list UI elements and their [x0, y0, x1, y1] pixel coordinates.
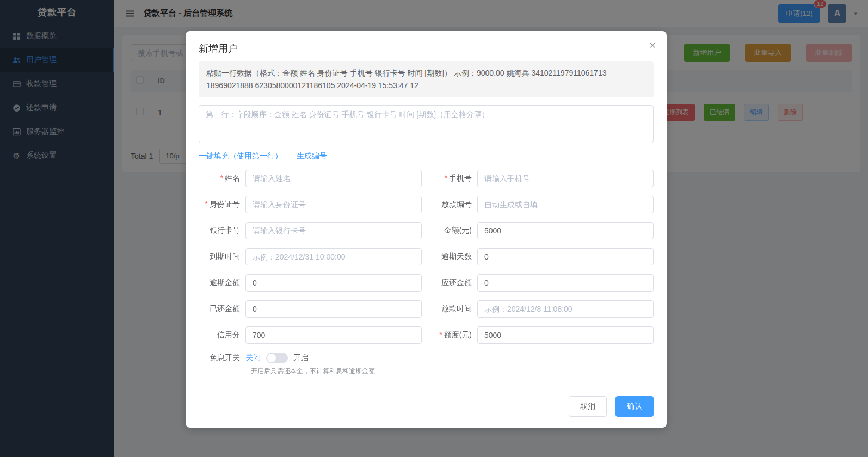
form-row: 到期时间 逾期天数 [199, 248, 654, 265]
phone-input[interactable] [477, 170, 654, 187]
required-mark: * [205, 200, 208, 208]
interest-free-label: 免息开关 [199, 353, 245, 363]
label-text: 放款时间 [441, 304, 472, 313]
form-row: 银行卡号 金额(元) [199, 222, 654, 239]
dialog-body: 粘贴一行数据（格式：金额 姓名 身份证号 手机号 银行卡号 时间 [期数]） 示… [186, 61, 667, 391]
loan-number-label: 放款编号 [430, 200, 477, 209]
form-row: *姓名 *手机号 [199, 170, 654, 187]
payable-amount-input[interactable] [477, 274, 654, 292]
toggle-on-label[interactable]: 开启 [293, 353, 309, 363]
repaid-amount-label: 已还金额 [199, 304, 245, 314]
label-text: 信用分 [217, 330, 240, 339]
form-row: 逾期金额 应还金额 [199, 274, 654, 292]
toggle-off-label[interactable]: 关闭 [245, 353, 261, 363]
name-input[interactable] [245, 170, 422, 187]
label-text: 姓名 [225, 174, 240, 182]
required-mark: * [220, 174, 223, 182]
label-text: 逾期天数 [441, 252, 472, 261]
field-bank-card: 银行卡号 [199, 222, 422, 239]
generate-number-link[interactable]: 生成编号 [297, 151, 327, 161]
due-time-label: 到期时间 [199, 252, 245, 262]
label-text: 金额(元) [444, 226, 472, 234]
field-overdue-days: 逾期天数 [430, 248, 654, 265]
label-text: 身份证号 [210, 200, 240, 208]
bank-card-label: 银行卡号 [199, 226, 245, 236]
required-mark: * [445, 174, 447, 182]
loan-time-input[interactable] [477, 300, 654, 318]
field-phone: *手机号 [430, 170, 654, 187]
overdue-amount-input[interactable] [245, 274, 422, 292]
form-row: *身份证号 放款编号 [199, 196, 654, 213]
field-loan-number: 放款编号 [430, 196, 654, 213]
add-user-dialog: 新增用户 × 粘贴一行数据（格式：金额 姓名 身份证号 手机号 银行卡号 时间 … [186, 31, 667, 428]
dialog-header: 新增用户 × [186, 31, 667, 61]
interest-free-helper-text: 开启后只需还本金，不计算利息和逾期金额 [251, 367, 654, 376]
interest-free-toggle[interactable] [266, 353, 288, 363]
id-card-input[interactable] [245, 196, 422, 213]
dialog-title: 新增用户 [199, 43, 238, 54]
field-loan-time: 放款时间 [430, 300, 654, 318]
dialog-footer: 取消 确认 [186, 391, 667, 428]
form-row: 已还金额 放款时间 [199, 300, 654, 318]
cancel-button[interactable]: 取消 [569, 396, 607, 417]
label-text: 应还金额 [441, 278, 472, 287]
payable-amount-label: 应还金额 [430, 278, 477, 288]
overdue-days-input[interactable] [477, 248, 654, 265]
label-text: 额度(元) [444, 330, 472, 339]
required-mark: * [439, 330, 442, 339]
id-card-label: *身份证号 [199, 200, 245, 209]
label-text: 已还金额 [210, 304, 240, 313]
paste-data-textarea[interactable] [199, 105, 654, 143]
bank-card-input[interactable] [245, 222, 422, 239]
loan-time-label: 放款时间 [430, 304, 477, 314]
quota-input[interactable] [477, 326, 654, 344]
field-id-card: *身份证号 [199, 196, 422, 213]
field-payable-amount: 应还金额 [430, 274, 654, 292]
confirm-button[interactable]: 确认 [615, 396, 654, 417]
overdue-days-label: 逾期天数 [430, 252, 477, 262]
toggle-knob [267, 354, 276, 362]
label-text: 放款编号 [441, 200, 472, 208]
loan-number-input[interactable] [477, 196, 654, 213]
field-overdue-amount: 逾期金额 [199, 274, 422, 292]
label-text: 到期时间 [210, 252, 240, 261]
amount-input[interactable] [477, 222, 654, 239]
one-click-fill-link[interactable]: 一键填充（使用第一行） [199, 151, 282, 161]
paste-format-hint: 粘贴一行数据（格式：金额 姓名 身份证号 手机号 银行卡号 时间 [期数]） 示… [199, 61, 654, 97]
field-repaid-amount: 已还金额 [199, 300, 422, 318]
field-amount: 金额(元) [430, 222, 654, 239]
interest-free-row: 免息开关 关闭 开启 [199, 353, 654, 363]
credit-score-label: 信用分 [199, 330, 245, 340]
field-due-time: 到期时间 [199, 248, 422, 265]
due-time-input[interactable] [245, 248, 422, 265]
label-text: 逾期金额 [210, 278, 240, 287]
field-name: *姓名 [199, 170, 422, 187]
amount-label: 金额(元) [430, 226, 477, 236]
name-label: *姓名 [199, 174, 245, 183]
field-credit-score: 信用分 [199, 326, 422, 344]
label-text: 银行卡号 [210, 226, 240, 234]
label-text: 手机号 [449, 174, 472, 182]
close-icon[interactable]: × [649, 40, 656, 51]
quota-label: *额度(元) [430, 330, 477, 340]
credit-score-input[interactable] [245, 326, 422, 344]
form-row: 信用分 *额度(元) [199, 326, 654, 344]
quick-links: 一键填充（使用第一行） 生成编号 [199, 151, 654, 161]
repaid-amount-input[interactable] [245, 300, 422, 318]
phone-label: *手机号 [430, 174, 477, 183]
overdue-amount-label: 逾期金额 [199, 278, 245, 288]
field-quota: *额度(元) [430, 326, 654, 344]
